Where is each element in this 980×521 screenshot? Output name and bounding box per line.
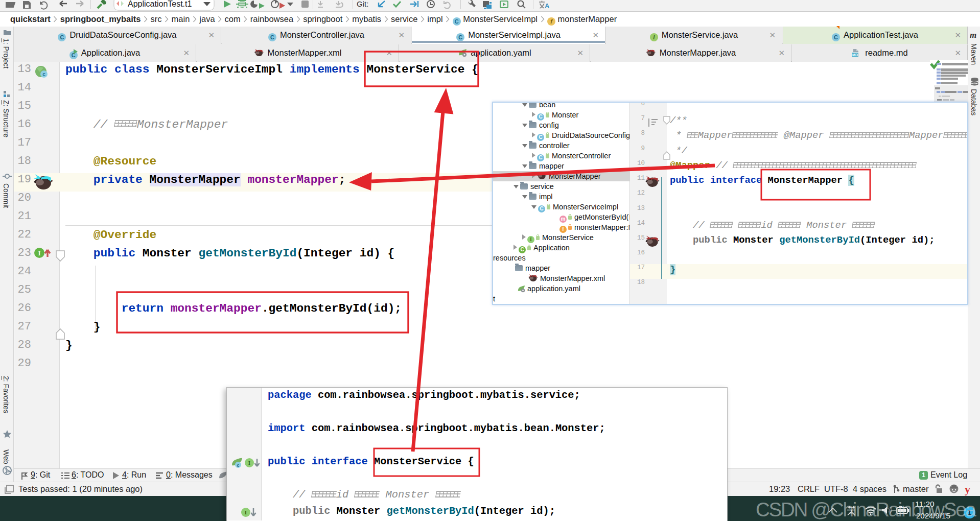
svg-text:A: A [545,2,550,10]
svg-text:MD: MD [852,53,858,57]
svg-text:c: c [237,463,239,468]
svg-text:Git:: Git: [357,0,368,8]
svg-text:I: I [245,509,247,515]
svg-text:I: I [38,250,41,257]
svg-text:ApplicationTest.t1: ApplicationTest.t1 [128,0,192,8]
svg-text:I: I [248,460,250,466]
svg-text:c: c [42,72,45,77]
